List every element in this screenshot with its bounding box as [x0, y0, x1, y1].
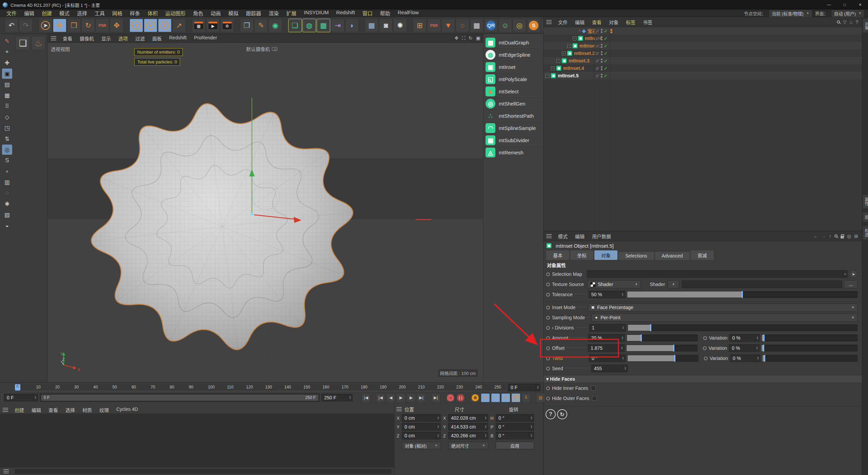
spline-arrange-icon[interactable]: ⇥: [331, 19, 344, 32]
interface-select[interactable]: 自动 (用户)▼: [831, 10, 865, 17]
visibility-cluster[interactable]: ✓: [595, 58, 608, 63]
object-manager-menu-编辑[interactable]: 编辑: [571, 19, 588, 25]
expand-icon[interactable]: −: [562, 52, 566, 55]
material-menu-纹理[interactable]: 纹理: [96, 406, 113, 413]
viewport-solo-icon[interactable]: ✱: [2, 199, 12, 209]
camera-icon[interactable]: ◙: [379, 19, 393, 32]
z-axis-lock-icon[interactable]: Z: [158, 19, 172, 32]
object-manager-menu-对象[interactable]: 对象: [605, 19, 622, 25]
add-icon[interactable]: ✚: [2, 58, 12, 68]
pan-view-icon[interactable]: ✥: [454, 35, 458, 41]
record-options-button[interactable]: ⚙: [471, 393, 480, 402]
visibility-cluster[interactable]: ✓: [595, 66, 608, 71]
offset-field[interactable]: 1.875▲▼: [588, 344, 625, 352]
menu-INSYDIUM[interactable]: INSYDIUM: [300, 10, 332, 17]
polygon-mode-icon[interactable]: ◳: [2, 123, 12, 133]
menu-运动图形[interactable]: 运动图形: [161, 10, 189, 17]
new-panel-icon[interactable]: ⊞: [854, 233, 858, 239]
menu-扩展[interactable]: 扩展: [282, 10, 300, 17]
visibility-cluster[interactable]: ✓: [595, 73, 608, 78]
enabled-check-icon[interactable]: ✓: [604, 28, 608, 34]
camera-label-wrap[interactable]: 默认摄像机: [246, 45, 277, 52]
minimize-button[interactable]: —: [821, 0, 837, 10]
move-tool-icon[interactable]: ✥: [53, 19, 66, 32]
up-icon[interactable]: ↑: [829, 233, 831, 239]
apply-button[interactable]: 应用: [496, 442, 534, 449]
move-axis-icon[interactable]: ✥: [110, 19, 123, 32]
enabled-check-icon[interactable]: ✓: [604, 43, 608, 49]
size-x-field[interactable]: 402.028 cm▲▼: [448, 414, 488, 422]
nurbs-surface-icon[interactable]: ◗: [345, 19, 359, 32]
radio-icon[interactable]: [546, 386, 550, 390]
pick-object-icon[interactable]: ➤: [849, 270, 857, 278]
visibility-dots-icon[interactable]: [601, 44, 603, 48]
rotation-h-field[interactable]: 0 °▲▼: [496, 414, 534, 422]
tab-对象[interactable]: 对象: [594, 250, 617, 260]
prev-key-button[interactable]: |◀: [376, 393, 385, 402]
plugin-item-mtSplineSample[interactable]: ◠mtSplineSample: [484, 122, 543, 134]
bake-object-icon[interactable]: ♨: [31, 36, 45, 50]
menu-角色[interactable]: 角色: [189, 10, 207, 17]
attribute-menu-icon[interactable]: [546, 234, 552, 238]
material-menu-材质[interactable]: 材质: [79, 406, 96, 413]
twist-variation-slider[interactable]: [762, 355, 857, 362]
attribute-menu-用户数据[interactable]: 用户数据: [588, 233, 615, 240]
hide-faces-section[interactable]: ▾Hide Faces: [544, 375, 862, 383]
generator-cage-icon[interactable]: ◍: [302, 19, 316, 32]
autokey-button[interactable]: ( ): [456, 393, 465, 402]
hide-outer-checkbox[interactable]: [592, 396, 597, 401]
expand-icon[interactable]: −: [573, 37, 576, 40]
workplane-icon[interactable]: ▦: [2, 90, 12, 100]
offset-variation-field[interactable]: 0 %▲▼: [729, 344, 760, 352]
viewport-menu-过滤[interactable]: 过滤: [132, 35, 149, 42]
offset-variation-slider[interactable]: [761, 345, 857, 352]
frame-range-slider[interactable]: 0 F250 F: [40, 394, 319, 402]
next-frame-button[interactable]: ▶: [407, 393, 416, 402]
amount-field[interactable]: 20 %▲▼: [588, 334, 625, 342]
enabled-check-icon[interactable]: ✓: [604, 73, 608, 78]
status-menu-icon[interactable]: [3, 469, 9, 473]
rotate-tool-icon[interactable]: ↻: [81, 19, 95, 32]
prev-frame-button[interactable]: ◀: [386, 393, 395, 402]
snap-icon[interactable]: S: [2, 155, 12, 166]
enabled-check-icon[interactable]: ✓: [604, 51, 608, 56]
divisions-field[interactable]: 1▲▼: [589, 324, 626, 331]
radio-icon[interactable]: [546, 346, 550, 350]
viewport-menu-面板[interactable]: 面板: [149, 35, 165, 42]
end-frame-field[interactable]: 250 F▲▼: [321, 394, 353, 401]
plugin-item-mtInset[interactable]: ▣mtInset: [484, 61, 543, 73]
enable-toggle-icon[interactable]: [595, 51, 599, 56]
spline-pen-icon[interactable]: ✎: [254, 19, 268, 32]
reset-button[interactable]: ↻: [557, 409, 567, 419]
radio-icon[interactable]: [704, 357, 708, 360]
lock-icon[interactable]: [841, 236, 844, 239]
record-key-button[interactable]: ¬: [446, 393, 455, 402]
help-button[interactable]: ?: [546, 409, 556, 419]
table-row[interactable]: −mtInset.4✓: [544, 64, 862, 72]
key-rotation-button[interactable]: ↻: [501, 393, 510, 402]
tab-objects[interactable]: 对象: [863, 19, 868, 33]
undo-icon[interactable]: ↶: [5, 19, 18, 32]
visibility-dots-icon[interactable]: [601, 36, 603, 40]
enable-axis-icon[interactable]: ◎: [2, 145, 12, 155]
expand-icon[interactable]: −: [551, 66, 555, 70]
sketch-toon-icon[interactable]: S: [527, 19, 540, 32]
radio-icon[interactable]: [546, 316, 550, 320]
tab-衰减[interactable]: 衰减: [691, 250, 714, 260]
shader-type-select[interactable]: ▼: [668, 280, 679, 288]
radio-icon[interactable]: [703, 346, 707, 350]
radio-icon[interactable]: [546, 326, 550, 330]
size-z-field[interactable]: 420.266 cm▲▼: [448, 432, 488, 439]
position-x-field[interactable]: 0 cm▲▼: [402, 414, 441, 422]
field-icon[interactable]: ◌: [456, 19, 469, 32]
play-button[interactable]: ▶: [396, 393, 406, 402]
radio-icon[interactable]: [546, 272, 550, 276]
points-mode-icon[interactable]: ⠿: [2, 101, 12, 111]
primitive-cube-icon[interactable]: ❐: [240, 19, 254, 32]
tab-Advanced[interactable]: Advanced: [655, 252, 690, 260]
rotate-view-icon[interactable]: ↻: [469, 35, 473, 41]
array-icon[interactable]: ▦: [470, 19, 484, 32]
rotation-b-field[interactable]: 0 °▲▼: [496, 432, 534, 439]
swap-mode-icon[interactable]: ⇅: [2, 134, 12, 144]
tab-坐标[interactable]: 坐标: [570, 250, 593, 260]
